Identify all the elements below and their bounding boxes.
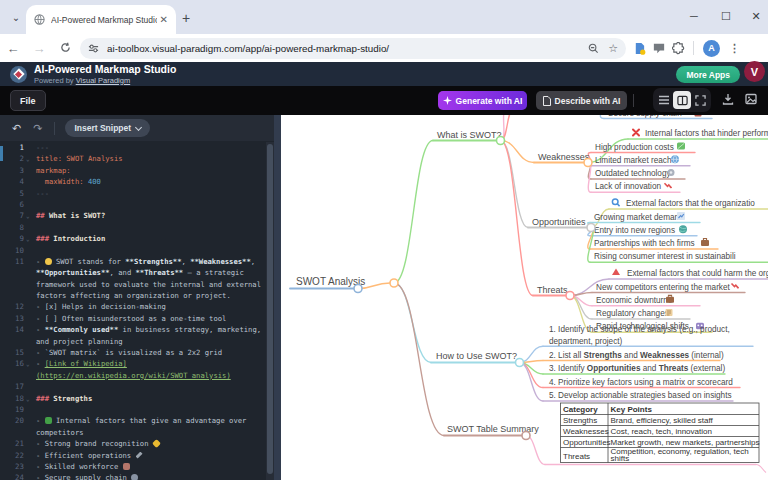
omnibox[interactable]: ai-toolbox.visual-paradigm.com/app/ai-po… — [80, 38, 626, 59]
mindmap-canvas[interactable]: Secure supply chainInternal factors that… — [281, 115, 768, 480]
mindmap-leaf-label[interactable]: Outdated technology — [595, 169, 671, 178]
code-line[interactable]: 15- `SWOT matrix` is visualized as a 2x2… — [0, 347, 266, 358]
mindmap-node-circle[interactable] — [390, 279, 398, 287]
code-area[interactable]: 1---2⌄title: SWOT Analysis3markmap:4 max… — [0, 142, 266, 480]
editor-scrollbar-thumb[interactable] — [267, 144, 273, 474]
mindmap-leaf-label[interactable]: 1. Identify the scope of the analysis (e… — [549, 325, 730, 334]
split-view-button[interactable] — [673, 91, 691, 109]
code-line[interactable]: 2⌄title: SWOT Analysis — [0, 153, 266, 164]
mindmap-leaf-label[interactable]: 4. Prioritize key factors using a matrix… — [549, 378, 733, 387]
code-line[interactable]: framework used to evaluate the internal … — [0, 279, 266, 290]
mindmap-leaf-label[interactable]: New competitors entering the market — [596, 283, 731, 292]
mindmap-leaf-label[interactable]: Growing market demand — [594, 213, 684, 222]
browser-menu-icon[interactable]: ⋮ — [729, 42, 740, 55]
code-line[interactable]: 20- Internal factors that give an advant… — [0, 415, 266, 426]
tab-close-icon[interactable]: ✕ — [160, 14, 168, 25]
code-line[interactable]: 1--- — [0, 142, 266, 153]
extension-docs-icon[interactable] — [633, 42, 646, 55]
more-apps-button[interactable]: More Apps — [676, 66, 740, 83]
fold-chevron-icon[interactable]: ⌄ — [26, 358, 30, 369]
fullscreen-icon[interactable] — [695, 95, 706, 106]
mindmap-leaf-label[interactable]: 2. List all Strengths and Weaknesses (in… — [549, 351, 724, 360]
tab-search-chevron-icon[interactable]: ⌄ — [6, 7, 26, 27]
mindmap-node-label[interactable]: How to Use SWOT? — [436, 351, 517, 361]
code-line[interactable]: 21- Strong brand recognition — [0, 438, 266, 449]
code-line[interactable]: **Opportunities**, and **Threats** — a s… — [0, 267, 266, 278]
code-line[interactable]: 9⌄### Introduction — [0, 233, 266, 244]
code-line[interactable]: 4 maxWidth: 400 — [0, 176, 266, 187]
fold-chevron-icon[interactable]: ⌄ — [26, 153, 30, 164]
code-line[interactable]: 17 — [0, 381, 266, 392]
code-line[interactable]: 11- SWOT stands for **Strengths**, **Wea… — [0, 256, 266, 267]
code-line[interactable]: 10 — [0, 245, 266, 256]
browser-tab[interactable]: AI-Powered Markmap Studio ✕ — [26, 5, 176, 34]
code-line[interactable]: (https://en.wikipedia.org/wiki/SWOT_anal… — [0, 370, 266, 381]
mindmap-node-circle[interactable] — [497, 137, 505, 145]
zoom-icon[interactable] — [588, 43, 599, 54]
mindmap-leaf-label[interactable]: Economic downturns — [596, 296, 672, 305]
describe-with-ai-button[interactable]: Describe with AI — [536, 91, 627, 110]
visual-paradigm-link[interactable]: Visual Paradigm — [76, 76, 130, 85]
mindmap-leaf-label[interactable]: Entry into new regions — [594, 226, 675, 235]
mindmap-leaf-label[interactable]: External factors that the organizatio — [626, 199, 755, 208]
mindmap-leaf-label[interactable]: Secure supply chain — [608, 115, 682, 118]
site-settings-icon[interactable] — [88, 43, 99, 54]
mindmap-node-label[interactable]: Threats — [537, 285, 568, 295]
mindmap-node-circle[interactable] — [516, 359, 524, 367]
code-line[interactable]: 12- [x] Helps in decision-making — [0, 301, 266, 312]
fold-chevron-icon[interactable]: ⌄ — [26, 393, 30, 404]
insert-snippet-button[interactable]: Insert Snippet — [65, 119, 150, 137]
code-line[interactable]: 22- Efficient operations — [0, 450, 266, 461]
url-text[interactable]: ai-toolbox.visual-paradigm.com/app/ai-po… — [107, 43, 588, 54]
mindmap-node-circle[interactable] — [522, 432, 530, 440]
mindmap-node-circle[interactable] — [354, 285, 362, 293]
forward-button[interactable]: → — [26, 41, 52, 56]
mindmap-leaf-label[interactable]: Limited market reach — [595, 156, 672, 165]
undo-icon[interactable]: ↶ — [12, 122, 21, 135]
code-line[interactable]: 14- **Commonly used** in business strate… — [0, 324, 266, 335]
extension-chat-icon[interactable] — [653, 42, 665, 54]
code-line[interactable]: 5--- — [0, 188, 266, 199]
mindmap-node-label[interactable]: Opportunities — [532, 217, 586, 227]
code-line[interactable]: 18⌄### Strengths — [0, 393, 266, 404]
code-line[interactable]: and project planning — [0, 336, 266, 347]
mindmap-node-circle[interactable] — [584, 159, 592, 167]
code-line[interactable]: 6 — [0, 199, 266, 210]
generate-with-ai-button[interactable]: Generate with AI — [438, 91, 527, 110]
code-line[interactable]: 24- Secure supply chain — [0, 472, 266, 480]
new-tab-button[interactable]: + — [182, 10, 190, 26]
code-line[interactable]: competitors — [0, 427, 266, 438]
reload-button[interactable] — [52, 41, 78, 56]
redo-icon[interactable]: ↷ — [33, 122, 42, 135]
window-close-button[interactable]: ✕ — [741, 6, 768, 26]
code-line[interactable]: 19 — [0, 404, 266, 415]
code-line[interactable]: 13- [ ] Often misunderstood as a one-tim… — [0, 313, 266, 324]
mindmap-node-circle[interactable] — [566, 292, 574, 300]
mindmap-leaf-label[interactable]: Internal factors that hinder performa — [645, 129, 768, 138]
mindmap-leaf-label[interactable]: External factors that could harm the org… — [627, 269, 768, 278]
mindmap-leaf-label[interactable]: Regulatory changes — [596, 309, 669, 318]
mindmap-node-label[interactable]: What is SWOT? — [437, 130, 502, 140]
window-maximize-button[interactable]: ☐ — [711, 6, 741, 26]
code-line[interactable]: factors affecting an organization or pro… — [0, 290, 266, 301]
mindmap-leaf-label[interactable]: 3. Identify Opportunities and Threats (e… — [549, 364, 725, 373]
fold-chevron-icon[interactable]: ⌄ — [26, 210, 30, 221]
file-menu-button[interactable]: File — [10, 90, 46, 111]
mindmap-leaf-label[interactable]: Rising consumer interest in sustainabili — [594, 252, 736, 261]
mindmap-leaf-label[interactable]: Lack of innovation — [595, 182, 661, 191]
mindmap-leaf-label[interactable]: Partnerships with tech firms — [594, 239, 695, 248]
code-line[interactable]: 7⌄## What is SWOT? — [0, 210, 266, 221]
mindmap-leaf-label[interactable]: department, project) — [549, 337, 623, 346]
mindmap-leaf-label[interactable]: High production costs — [595, 143, 674, 152]
panel-splitter[interactable] — [274, 115, 281, 480]
bookmark-star-icon[interactable]: ☆ — [608, 42, 618, 55]
code-line[interactable]: 3markmap: — [0, 165, 266, 176]
mindmap-node-label[interactable]: Weaknesses — [538, 152, 590, 162]
profile-avatar[interactable]: A — [703, 40, 720, 57]
back-button[interactable]: ← — [0, 41, 26, 56]
editor-only-view-icon[interactable] — [658, 94, 670, 106]
export-image-icon[interactable] — [745, 93, 757, 105]
code-line[interactable]: 23- Skilled workforce — [0, 461, 266, 472]
visual-paradigm-logo[interactable]: V — [744, 61, 765, 82]
extensions-puzzle-icon[interactable] — [672, 42, 685, 55]
